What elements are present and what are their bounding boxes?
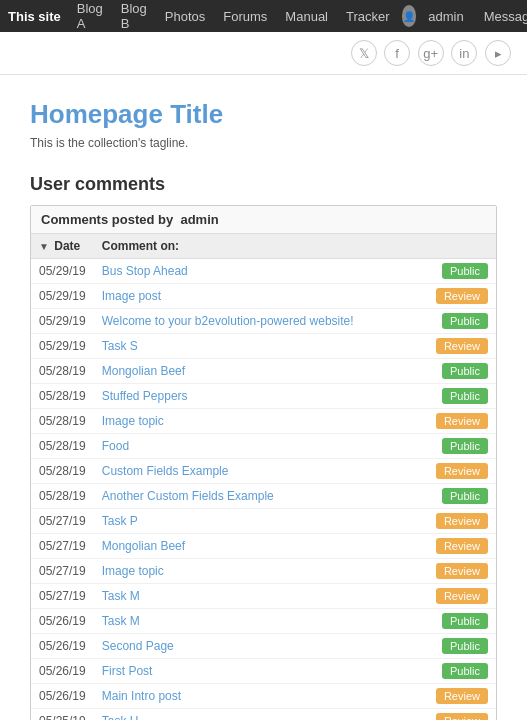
row-status: Review — [426, 509, 496, 534]
row-status: Public — [426, 309, 496, 334]
col-comment[interactable]: Comment on: — [94, 234, 426, 259]
row-comment[interactable]: Task S — [94, 334, 426, 359]
rss-icon[interactable]: ▸ — [485, 40, 511, 66]
row-comment[interactable]: Custom Fields Example — [94, 459, 426, 484]
table-row: 05/26/19First PostPublic — [31, 659, 496, 684]
row-comment[interactable]: Welcome to your b2evolution-powered webs… — [94, 309, 426, 334]
row-comment[interactable]: Task M — [94, 584, 426, 609]
row-comment[interactable]: Task M — [94, 609, 426, 634]
comments-author: admin — [180, 212, 218, 227]
row-status: Public — [426, 484, 496, 509]
table-row: 05/28/19FoodPublic — [31, 434, 496, 459]
twitter-icon[interactable]: 𝕏 — [351, 40, 377, 66]
row-status: Review — [426, 684, 496, 709]
row-status: Public — [426, 259, 496, 284]
row-date: 05/27/19 — [31, 509, 94, 534]
row-date: 05/28/19 — [31, 359, 94, 384]
row-comment[interactable]: Main Intro post — [94, 684, 426, 709]
row-comment[interactable]: Image post — [94, 284, 426, 309]
row-date: 05/27/19 — [31, 559, 94, 584]
row-status: Public — [426, 609, 496, 634]
table-row: 05/27/19Image topicReview — [31, 559, 496, 584]
row-date: 05/27/19 — [31, 534, 94, 559]
row-comment[interactable]: Mongolian Beef — [94, 534, 426, 559]
row-status: Review — [426, 559, 496, 584]
table-row: 05/29/19Bus Stop AheadPublic — [31, 259, 496, 284]
row-comment[interactable]: Second Page — [94, 634, 426, 659]
row-comment[interactable]: Image topic — [94, 559, 426, 584]
nav-forums[interactable]: Forums — [215, 5, 275, 28]
table-row: 05/29/19Image postReview — [31, 284, 496, 309]
table-row: 05/28/19Mongolian BeefPublic — [31, 359, 496, 384]
linkedin-icon[interactable]: in — [451, 40, 477, 66]
table-row: 05/28/19Image topicReview — [31, 409, 496, 434]
page-title: Homepage Title — [30, 99, 497, 130]
row-status: Review — [426, 534, 496, 559]
table-row: 05/25/19Task HReview — [31, 709, 496, 721]
social-bar: 𝕏 f g+ in ▸ — [0, 32, 527, 75]
comments-table: ▼ Date Comment on: 05/29/19Bus Stop Ahea… — [31, 234, 496, 720]
main-content: Homepage Title This is the collection's … — [0, 75, 527, 720]
col-date[interactable]: ▼ Date — [31, 234, 94, 259]
table-row: 05/28/19Another Custom Fields ExamplePub… — [31, 484, 496, 509]
table-row: 05/27/19Task MReview — [31, 584, 496, 609]
row-status: Review — [426, 334, 496, 359]
nav-right: 👤 admin Messages 4 Log out ☰ — [402, 0, 527, 35]
nav-blog-b[interactable]: Blog B — [113, 0, 155, 35]
table-row: 05/29/19Task SReview — [31, 334, 496, 359]
row-date: 05/29/19 — [31, 334, 94, 359]
row-comment[interactable]: Task P — [94, 509, 426, 534]
row-comment[interactable]: Task H — [94, 709, 426, 721]
facebook-icon[interactable]: f — [384, 40, 410, 66]
table-row: 05/29/19Welcome to your b2evolution-powe… — [31, 309, 496, 334]
row-date: 05/26/19 — [31, 684, 94, 709]
col-status — [426, 234, 496, 259]
table-row: 05/28/19Stuffed PeppersPublic — [31, 384, 496, 409]
row-date: 05/29/19 — [31, 259, 94, 284]
row-comment[interactable]: Bus Stop Ahead — [94, 259, 426, 284]
comments-header-bar: Comments posted by admin — [31, 206, 496, 234]
nav-manual[interactable]: Manual — [277, 5, 336, 28]
row-comment[interactable]: Another Custom Fields Example — [94, 484, 426, 509]
nav-user[interactable]: admin — [420, 5, 471, 28]
nav-blog-a[interactable]: Blog A — [69, 0, 111, 35]
row-status: Review — [426, 409, 496, 434]
row-date: 05/26/19 — [31, 659, 94, 684]
user-avatar[interactable]: 👤 — [402, 5, 417, 27]
row-date: 05/28/19 — [31, 434, 94, 459]
google-plus-icon[interactable]: g+ — [418, 40, 444, 66]
section-title: User comments — [30, 174, 497, 195]
row-comment[interactable]: Stuffed Peppers — [94, 384, 426, 409]
row-comment[interactable]: Mongolian Beef — [94, 359, 426, 384]
row-comment[interactable]: Food — [94, 434, 426, 459]
nav-tracker[interactable]: Tracker — [338, 5, 398, 28]
row-status: Public — [426, 434, 496, 459]
nav-photos[interactable]: Photos — [157, 5, 213, 28]
page-tagline: This is the collection's tagline. — [30, 136, 497, 150]
table-row: 05/26/19Task MPublic — [31, 609, 496, 634]
row-status: Review — [426, 584, 496, 609]
row-date: 05/28/19 — [31, 384, 94, 409]
row-status: Public — [426, 659, 496, 684]
table-row: 05/26/19Second PagePublic — [31, 634, 496, 659]
row-status: Public — [426, 384, 496, 409]
row-comment[interactable]: Image topic — [94, 409, 426, 434]
top-navigation: This site Blog A Blog B Photos Forums Ma… — [0, 0, 527, 32]
row-date: 05/26/19 — [31, 634, 94, 659]
row-date: 05/28/19 — [31, 459, 94, 484]
row-date: 05/26/19 — [31, 609, 94, 634]
table-row: 05/28/19Custom Fields ExampleReview — [31, 459, 496, 484]
row-date: 05/27/19 — [31, 584, 94, 609]
row-comment[interactable]: First Post — [94, 659, 426, 684]
row-date: 05/29/19 — [31, 309, 94, 334]
row-date: 05/25/19 — [31, 709, 94, 721]
site-brand[interactable]: This site — [8, 9, 61, 24]
table-row: 05/26/19Main Intro postReview — [31, 684, 496, 709]
comments-table-wrapper: Comments posted by admin ▼ Date Comment … — [30, 205, 497, 720]
nav-messages[interactable]: Messages 4 — [476, 5, 527, 28]
row-status: Public — [426, 359, 496, 384]
row-status: Review — [426, 284, 496, 309]
row-date: 05/29/19 — [31, 284, 94, 309]
sort-arrow-icon: ▼ — [39, 241, 49, 252]
row-date: 05/28/19 — [31, 484, 94, 509]
